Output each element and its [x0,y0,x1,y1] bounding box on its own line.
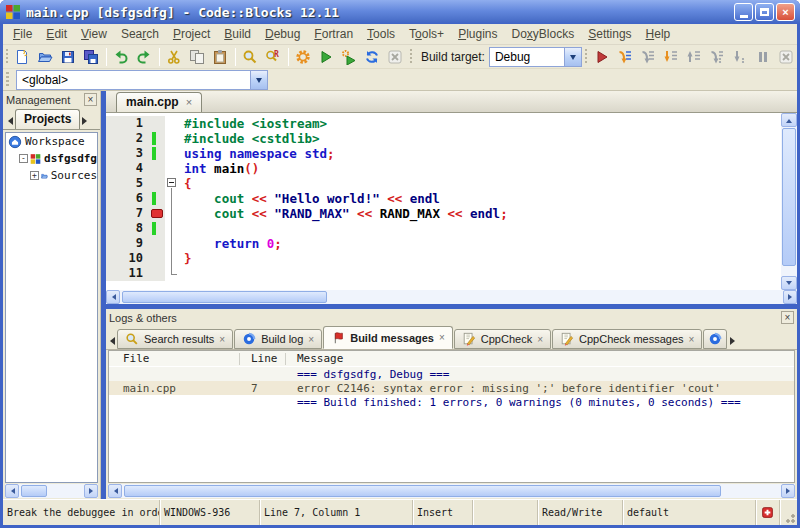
menu-item-tools[interactable]: Tools [360,25,402,43]
management-hscrollbar[interactable] [5,484,98,498]
scrollbar-thumb[interactable] [122,291,327,303]
stop-debugger-button[interactable] [774,46,797,68]
debug-continue-button[interactable] [590,46,613,68]
fold-margin[interactable] [165,236,179,251]
fold-margin[interactable] [165,146,179,161]
run-button[interactable] [315,46,338,68]
minimize-button[interactable] [734,3,753,21]
fold-margin[interactable] [165,176,179,191]
toolbar-grip[interactable] [6,49,8,65]
gutter-marker-area[interactable] [150,236,165,251]
table-header[interactable]: FileLineMessage [109,351,794,367]
scroll-down-arrow[interactable] [781,276,797,290]
toolbar-grip[interactable] [6,72,9,88]
fold-margin[interactable] [165,161,179,176]
logs-close-button[interactable]: × [781,311,794,324]
logs-hscrollbar[interactable] [108,484,795,498]
menu-item-fortran[interactable]: Fortran [307,25,360,43]
logs-tab-build-messages[interactable]: Build messages× [323,326,453,349]
editor-hscrollbar[interactable] [106,290,797,304]
column-header-file[interactable]: File [123,352,150,365]
scrollbar-thumb[interactable] [782,128,796,266]
fold-margin[interactable] [165,131,179,146]
fold-margin[interactable] [165,206,179,221]
close-icon[interactable]: × [308,334,314,345]
save-all-button[interactable] [80,46,103,68]
scroll-right-arrow[interactable] [783,290,797,304]
close-icon[interactable]: × [186,96,192,108]
logs-tab-search-results[interactable]: Search results× [117,329,233,349]
gutter-marker-area[interactable] [150,251,165,266]
menu-item-plugins[interactable]: Plugins [451,25,504,43]
gutter-marker-area[interactable] [150,206,165,221]
build-and-run-button[interactable] [338,46,361,68]
logs-tab-partial[interactable] [703,329,727,349]
scope-combo[interactable]: <global> [16,70,268,90]
scrollbar-thumb[interactable] [124,485,721,497]
gutter-marker-area[interactable] [150,221,165,236]
gutter-marker-area[interactable] [150,191,165,206]
gutter-marker-area[interactable] [150,161,165,176]
redo-button[interactable] [133,46,156,68]
step-into-button[interactable] [659,46,682,68]
column-separator[interactable] [285,353,286,365]
gutter-marker-area[interactable] [150,116,165,131]
toolbar-grip[interactable] [585,49,587,65]
menu-item-debug[interactable]: Debug [258,25,307,43]
menu-item-view[interactable]: View [74,25,114,43]
menu-item-project[interactable]: Project [166,25,217,43]
fold-margin[interactable] [165,266,179,281]
resize-grip[interactable] [780,500,797,525]
log-row[interactable]: === dsfgsdfg, Debug === [109,367,794,381]
management-close-button[interactable]: × [84,93,97,106]
next-instruction-button[interactable] [705,46,728,68]
fold-margin[interactable] [165,221,179,236]
replace-button[interactable]: R [262,46,285,68]
pause-debugger-button[interactable] [751,46,774,68]
tab-projects[interactable]: Projects [15,109,80,129]
line-number[interactable]: 5 [106,176,150,191]
line-number[interactable]: 7 [106,206,150,221]
title-bar[interactable]: main.cpp [dsfgsdfg] - Code::Blocks 12.11… [0,0,800,24]
line-number[interactable]: 1 [106,116,150,131]
cut-button[interactable] [163,46,186,68]
tab-scroll-right-button[interactable] [80,113,90,129]
undo-button[interactable] [110,46,133,68]
run-to-cursor-button[interactable] [613,46,636,68]
line-number[interactable]: 2 [106,131,150,146]
step-into-instruction-button[interactable] [728,46,751,68]
gutter-marker-area[interactable] [150,176,165,191]
column-header-message[interactable]: Message [297,352,343,365]
menu-item-help[interactable]: Help [639,25,678,43]
editor-vscrollbar[interactable] [781,113,797,290]
close-button[interactable]: × [776,3,795,21]
line-number[interactable]: 9 [106,236,150,251]
menu-item-tools[interactable]: Tools+ [402,25,451,43]
tab-scroll-right-button[interactable] [728,333,738,349]
find-button[interactable] [239,46,262,68]
project-tree[interactable]: Workspace-dsfgsdfg+Sources [5,132,98,483]
logs-tab-cppcheck[interactable]: CppCheck× [454,329,551,349]
scrollbar-track[interactable] [122,484,781,498]
logs-tab-cppcheck-messages[interactable]: CppCheck messages× [552,329,702,349]
build-button[interactable] [292,46,315,68]
log-row[interactable]: main.cpp7error C2146: syntax error : mis… [109,381,794,395]
close-icon[interactable]: × [537,334,543,345]
scroll-right-arrow[interactable] [84,484,98,498]
line-number[interactable]: 3 [106,146,150,161]
gutter-marker-area[interactable] [150,146,165,161]
copy-button[interactable] [186,46,209,68]
code-editor[interactable]: 1#include <iostream>2#include <cstdlib>3… [106,113,781,290]
close-icon[interactable]: × [219,334,225,345]
scroll-right-arrow[interactable] [781,484,795,498]
tab-scroll-left-button[interactable] [107,333,117,349]
menu-item-build[interactable]: Build [217,25,258,43]
chevron-down-icon[interactable] [564,48,581,66]
expand-expander-icon[interactable]: + [30,171,39,180]
editor-tab-main-cpp[interactable]: main.cpp × [116,92,202,112]
scroll-left-arrow[interactable] [5,484,19,498]
scroll-left-arrow[interactable] [106,290,120,304]
line-number[interactable]: 6 [106,191,150,206]
new-file-button[interactable] [11,46,34,68]
menu-item-search[interactable]: Search [114,25,166,43]
